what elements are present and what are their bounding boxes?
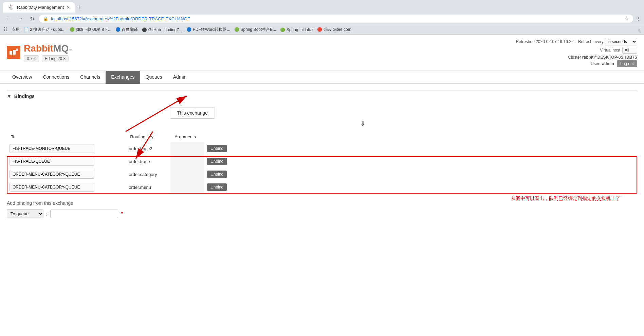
add-binding-form: To queue To exchange : * [7,209,637,218]
routing-key-cell: order.category [126,168,170,181]
cluster-value: rabbit@DESKTOP-0SHDB7S [582,55,637,60]
logout-button[interactable]: Log out [617,60,637,67]
bookmark-baidu[interactable]: 🔵 百度翻译 [115,27,138,33]
chinese-annotation: 从图中可以看出，队列已经绑定到指定的交换机上了 [511,196,620,202]
logo-mq: MQ [53,43,69,54]
nav-channels[interactable]: Channels [75,71,106,84]
queue-input[interactable] [10,157,94,166]
this-exchange-label: This exchange [177,110,208,116]
table-row: order.trace2Unbind [7,142,238,155]
bookmark-dubb[interactable]: 📄 2 快速启动 · dubb... [24,27,66,33]
queue-name-input[interactable] [50,210,118,218]
virtual-host-row: Virtual host All / [516,47,637,54]
bindings-table-wrapper: To Routing key Arguments order.trace2Unb… [7,132,637,194]
lock-icon: 🔒 [43,16,48,21]
table-row: order.traceUnbind [7,155,238,168]
refresh-label: Refresh every [578,39,604,44]
down-arrow: ⇓ [88,119,637,129]
unbind-button[interactable]: Unbind [207,183,227,191]
address-bar: ← → ↻ 🔒 localhost:15672/#/exchanges/%2Fa… [0,13,644,25]
apps-icon[interactable]: ⠿ [3,26,7,33]
form-colon: : [46,211,48,217]
svg-rect-2 [16,48,18,51]
refreshed-text: Refreshed 2020-02-07 19:16:22 [516,39,573,44]
tab-favicon: 🐇 [7,4,14,11]
col-to: To [7,132,126,142]
user-label: User [591,61,599,66]
bookmark-github[interactable]: ⚫ GitHub - codingZ... [142,27,182,32]
section-collapse-arrow: ▼ [7,94,12,99]
cluster-label: Cluster [568,55,581,60]
this-exchange-container: This exchange [88,107,637,119]
logo-icon [7,46,20,59]
logo-tm: ™ [69,48,72,52]
logo-rabbit: Rabbit [24,43,53,54]
bindings-table: To Routing key Arguments order.trace2Unb… [7,132,238,194]
bookmark-spring[interactable]: 🟢 Spring Boot整合E... [234,27,276,33]
bookmark-initializr[interactable]: 🟢 Spring Initializr [280,27,313,32]
vhost-select[interactable]: All / [622,47,637,54]
svg-rect-0 [10,51,12,55]
bookmark-apps[interactable]: 应用 [12,27,20,33]
version-badge: 3.7.4 [24,55,39,62]
erlang-badge: Erlang 20.3 [42,55,69,62]
nav-admin[interactable]: Admin [168,71,192,84]
this-exchange-box: This exchange [170,107,215,119]
bookmarks-more[interactable]: » [638,27,641,32]
header-right: Refreshed 2020-02-07 19:16:22 Refresh ev… [516,38,637,67]
routing-key-cell: order.trace2 [126,142,170,155]
nav-connections[interactable]: Connections [37,71,75,84]
back-button[interactable]: ← [3,15,13,22]
bookmarks-bar: ⠿ 应用 📄 2 快速启动 · dubb... 🟢 jdk8下载-JDK 8下.… [0,25,644,34]
table-row: order.menuUnbind [7,181,238,194]
cluster-row: Cluster rabbit@DESKTOP-0SHDB7S [516,55,637,60]
bindings-section: ▼ Bindings This exchange ⇓ To Routing ke… [7,91,637,218]
app-header: RabbitMQ™ 3.7.4 Erlang 20.3 Refreshed 20… [0,35,644,71]
queue-input[interactable] [10,170,94,179]
required-star: * [121,211,123,217]
main-nav: Overview Connections Channels Exchanges … [0,71,644,84]
bookmark-pdf[interactable]: 🔵 PDF转Word转换器... [186,27,230,33]
content-area: ▼ Bindings This exchange ⇓ To Routing ke… [0,84,644,225]
routing-key-cell: order.trace [126,155,170,168]
chinese-note-text: 从图中可以看出，队列已经绑定到指定的交换机上了 [511,196,620,201]
vhost-label: Virtual host [600,48,620,53]
logo-area: RabbitMQ™ 3.7.4 Erlang 20.3 [7,43,72,62]
to-queue-select[interactable]: To queue To exchange [7,209,43,218]
browser-tab[interactable]: 🐇 RabbitMQ Management ✕ [3,2,75,13]
address-icons: ⋮ [636,16,641,21]
url-box[interactable]: 🔒 localhost:15672/#/exchanges/%2Fadmin/O… [39,15,633,23]
unbind-button[interactable]: Unbind [207,145,227,152]
extensions-icon[interactable]: ⋮ [636,16,641,21]
add-binding-section: Add binding from this exchange To queue … [7,200,637,218]
unbind-button[interactable]: Unbind [207,158,227,165]
star-icon[interactable]: ☆ [625,16,629,21]
table-row: order.categoryUnbind [7,168,238,181]
forward-button[interactable]: → [16,15,25,22]
queue-input[interactable] [10,144,94,153]
tab-title: RabbitMQ Management [17,5,64,10]
col-routing-key: Routing key [126,132,170,142]
args-cell [170,181,204,194]
new-tab-button[interactable]: + [75,2,84,12]
logo-version: 3.7.4 Erlang 20.3 [24,55,72,62]
nav-exchanges[interactable]: Exchanges [106,71,140,84]
args-cell [170,142,204,155]
user-value: admin [602,61,614,66]
reload-button[interactable]: ↻ [28,15,36,23]
tab-close-button[interactable]: ✕ [67,5,70,10]
refresh-select[interactable]: 5 seconds 10 seconds 30 seconds 60 secon… [605,38,637,45]
unbind-button[interactable]: Unbind [207,171,227,178]
bookmark-gitee[interactable]: 🔴 码云 Gitee.com [317,27,351,33]
refresh-info: Refreshed 2020-02-07 19:16:22 Refresh ev… [516,38,637,45]
logo-text-area: RabbitMQ™ 3.7.4 Erlang 20.3 [24,43,72,62]
args-cell [170,155,204,168]
nav-queues[interactable]: Queues [140,71,168,84]
queue-input[interactable] [10,183,94,192]
svg-rect-1 [13,50,16,55]
user-row: User admin Log out [516,60,637,67]
bindings-section-header[interactable]: ▼ Bindings [7,91,637,102]
nav-overview[interactable]: Overview [7,71,37,84]
bookmark-jdk[interactable]: 🟢 jdk8下载-JDK 8下... [70,27,111,33]
bindings-title: Bindings [14,94,35,99]
